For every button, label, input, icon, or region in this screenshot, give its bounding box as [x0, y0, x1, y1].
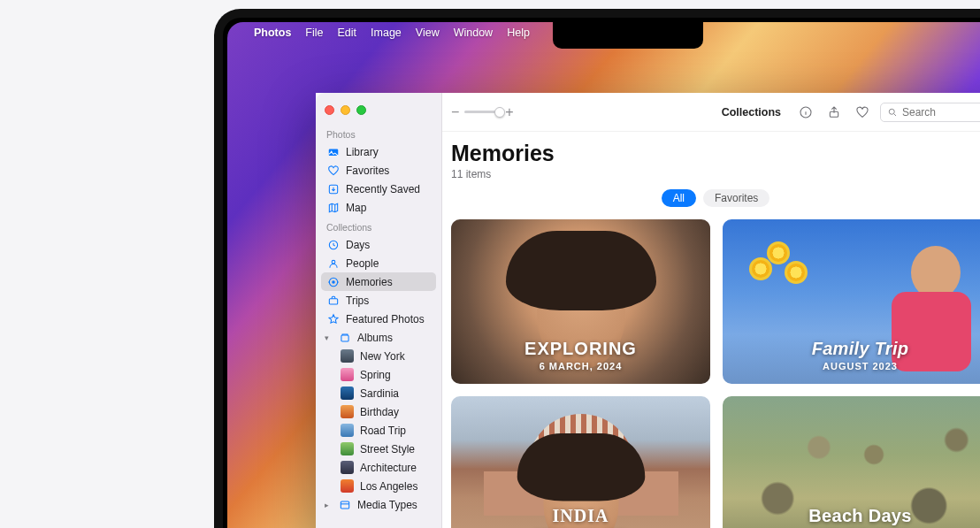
zoom-in-icon[interactable]: + — [505, 104, 513, 120]
media-types-icon — [338, 498, 351, 511]
tile-caption: Family Trip AUGUST 2023 — [723, 340, 980, 371]
svg-point-6 — [332, 280, 335, 284]
sidebar-item-label: Trips — [346, 295, 369, 307]
search-input[interactable] — [902, 106, 980, 119]
sidebar-item-label: Media Types — [357, 499, 417, 511]
sidebar-item-label: New York — [360, 350, 405, 363]
star-icon — [326, 312, 340, 325]
sidebar-item-label: Birthday — [360, 406, 399, 418]
sidebar-item-label: Library — [346, 146, 379, 158]
sidebar-item-label: Architecture — [360, 462, 417, 474]
sidebar-album-los-angeles[interactable]: Los Angeles — [321, 477, 436, 495]
chevron-right-icon[interactable]: ▸ — [325, 501, 332, 509]
sidebar-item-label: Days — [346, 239, 370, 251]
svg-rect-9 — [341, 501, 348, 508]
memory-tile-beach-days[interactable]: Beach Days OVER THE YEARS — [723, 396, 980, 528]
albums-icon — [338, 331, 351, 344]
sidebar-item-label: People — [346, 257, 379, 270]
share-button[interactable] — [823, 102, 845, 123]
sidebar-item-label: Spring — [360, 369, 391, 381]
sidebar-item-map[interactable]: Map — [321, 198, 436, 217]
tile-caption: Beach Days OVER THE YEARS — [723, 507, 980, 528]
window-controls — [321, 100, 436, 124]
sidebar-item-days[interactable]: Days — [321, 235, 436, 254]
sidebar-item-label: Street Style — [360, 443, 415, 455]
sidebar-item-recently-saved[interactable]: Recently Saved — [321, 180, 436, 198]
sidebar-item-people[interactable]: People — [321, 254, 436, 272]
minimize-window-button[interactable] — [341, 105, 350, 115]
search-field[interactable] — [880, 103, 980, 122]
zoom-knob[interactable] — [494, 107, 505, 118]
map-icon — [326, 201, 340, 214]
main-area: − + Collections Memories — [442, 93, 980, 528]
person-icon — [326, 256, 340, 270]
info-button[interactable] — [795, 102, 816, 123]
laptop-frame: Photos File Edit Image View Window Help … — [214, 9, 980, 528]
sidebar-album-spring[interactable]: Spring — [321, 365, 436, 384]
segment-favorites[interactable]: Favorites — [703, 189, 769, 207]
tile-illustration — [749, 241, 829, 303]
chevron-down-icon[interactable]: ▾ — [325, 333, 332, 342]
photos-window: Photos Library Favorites Recently Saved … — [316, 93, 980, 528]
sidebar-item-media-types[interactable]: ▸ Media Types — [321, 495, 436, 514]
zoom-out-icon[interactable]: − — [451, 104, 459, 120]
zoom-slider[interactable]: − + — [451, 104, 514, 120]
sidebar-album-street-style[interactable]: Street Style — [321, 440, 436, 458]
tile-caption: INDIA DECEMBER 2023 — [451, 507, 710, 528]
toolbar-view-mode[interactable]: Collections — [722, 106, 781, 119]
album-thumbnail — [341, 461, 354, 474]
sidebar-item-label: Memories — [346, 276, 393, 288]
sidebar-album-birthday[interactable]: Birthday — [321, 402, 436, 421]
sidebar-album-road-trip[interactable]: Road Trip — [321, 421, 436, 440]
memories-icon — [326, 275, 340, 288]
sidebar-item-memories[interactable]: Memories — [321, 272, 436, 291]
sidebar-item-featured[interactable]: Featured Photos — [321, 310, 436, 328]
sidebar-item-label: Los Angeles — [360, 480, 417, 493]
favorite-button[interactable] — [852, 102, 873, 123]
page-title: Memories — [451, 141, 980, 166]
album-thumbnail — [341, 405, 354, 418]
sidebar-item-albums[interactable]: ▾ Albums — [321, 328, 436, 347]
menubar-window[interactable]: Window — [454, 27, 493, 39]
sidebar-album-architecture[interactable]: Architecture — [321, 458, 436, 477]
album-thumbnail — [341, 368, 354, 381]
menubar-edit[interactable]: Edit — [338, 27, 357, 39]
page-subtitle: 11 items — [451, 168, 980, 180]
svg-rect-7 — [329, 298, 337, 303]
sidebar-item-favorites[interactable]: Favorites — [321, 161, 436, 180]
memory-tile-india[interactable]: INDIA DECEMBER 2023 — [451, 396, 710, 528]
sidebar: Photos Library Favorites Recently Saved … — [316, 93, 442, 528]
zoom-window-button[interactable] — [356, 105, 366, 115]
toolbar: − + Collections — [442, 93, 980, 132]
sidebar-item-label: Recently Saved — [346, 183, 420, 195]
sidebar-item-label: Albums — [357, 332, 393, 344]
menubar-view[interactable]: View — [416, 27, 440, 39]
zoom-track[interactable] — [464, 111, 500, 113]
menubar-appname[interactable]: Photos — [254, 27, 291, 39]
memories-grid: EXPLORING 6 MARCH, 2024 Family Trip AUGU… — [451, 219, 980, 528]
sidebar-item-trips[interactable]: Trips — [321, 291, 436, 310]
menubar-file[interactable]: File — [305, 27, 323, 39]
sidebar-item-label: Featured Photos — [346, 313, 425, 325]
tile-title: Family Trip — [723, 340, 980, 358]
sidebar-item-label: Map — [346, 202, 366, 214]
menubar-image[interactable]: Image — [371, 27, 402, 39]
menubar-help[interactable]: Help — [507, 27, 530, 39]
album-thumbnail — [341, 424, 354, 437]
album-thumbnail — [341, 442, 354, 455]
tile-subtitle: AUGUST 2023 — [723, 361, 980, 371]
album-thumbnail — [341, 386, 354, 400]
segment-all[interactable]: All — [662, 189, 696, 207]
segmented-control: All Favorites — [451, 189, 980, 207]
search-icon — [887, 107, 898, 118]
sidebar-album-new-york[interactable]: New York — [321, 347, 436, 365]
heart-icon — [326, 164, 340, 177]
memory-tile-family-trip[interactable]: Family Trip AUGUST 2023 — [723, 219, 980, 384]
svg-rect-8 — [341, 335, 348, 341]
sidebar-album-sardinia[interactable]: Sardinia — [321, 384, 436, 402]
memory-tile-exploring[interactable]: EXPLORING 6 MARCH, 2024 — [451, 219, 710, 384]
close-window-button[interactable] — [325, 105, 334, 115]
sidebar-item-library[interactable]: Library — [321, 142, 436, 161]
download-icon — [326, 182, 340, 195]
sidebar-section-collections: Collections — [321, 217, 436, 235]
